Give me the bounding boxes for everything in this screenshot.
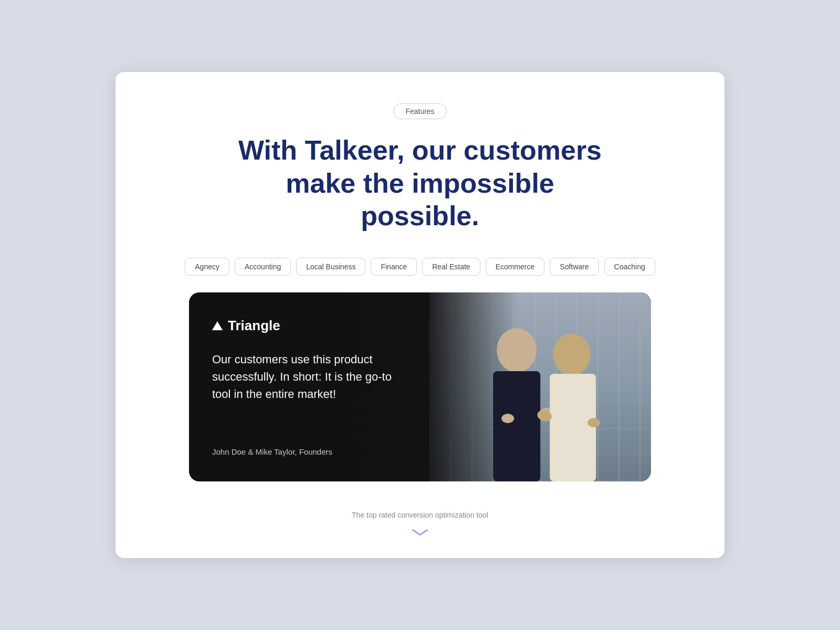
tab-coaching[interactable]: Coaching bbox=[604, 258, 655, 276]
tab-agnecy[interactable]: Agnecy bbox=[185, 258, 229, 276]
tab-software[interactable]: Software bbox=[550, 258, 598, 276]
testimonial-author: John Doe & Mike Taylor, Founders bbox=[212, 447, 406, 456]
tab-ecommerce[interactable]: Ecommerce bbox=[486, 258, 545, 276]
testimonial-card: Triangle Our customers use this product … bbox=[189, 292, 651, 481]
triangle-icon bbox=[212, 321, 223, 330]
svg-point-3 bbox=[553, 333, 591, 375]
bottom-section: The top rated conversion optimization to… bbox=[352, 507, 488, 537]
main-heading: With Talkeer, our customers make the imp… bbox=[231, 134, 609, 232]
people-illustration bbox=[429, 292, 651, 481]
svg-point-7 bbox=[587, 418, 600, 427]
page-container: Features With Talkeer, our customers mak… bbox=[116, 72, 724, 558]
tab-accounting[interactable]: Accounting bbox=[235, 258, 291, 276]
heading-text: With Talkeer, our customers make the imp… bbox=[238, 135, 602, 231]
tab-local-business[interactable]: Local Business bbox=[296, 258, 365, 276]
company-logo: Triangle bbox=[212, 318, 406, 334]
svg-point-6 bbox=[501, 414, 514, 423]
testimonial-left: Triangle Our customers use this product … bbox=[189, 292, 429, 481]
testimonial-quote: Our customers use this product successfu… bbox=[212, 351, 406, 430]
bottom-tagline: The top rated conversion optimization to… bbox=[352, 511, 488, 519]
svg-rect-1 bbox=[493, 371, 540, 481]
tabs-row: Agnecy Accounting Local Business Finance… bbox=[185, 258, 655, 276]
features-badge-label: Features bbox=[405, 107, 434, 116]
tab-real-estate[interactable]: Real Estate bbox=[422, 258, 480, 276]
tab-finance[interactable]: Finance bbox=[371, 258, 417, 276]
bottom-chevron-icon[interactable] bbox=[411, 528, 429, 537]
svg-point-0 bbox=[497, 328, 537, 372]
company-name: Triangle bbox=[228, 318, 280, 334]
svg-rect-4 bbox=[550, 374, 596, 481]
features-badge[interactable]: Features bbox=[393, 103, 446, 119]
testimonial-photo bbox=[429, 292, 651, 481]
